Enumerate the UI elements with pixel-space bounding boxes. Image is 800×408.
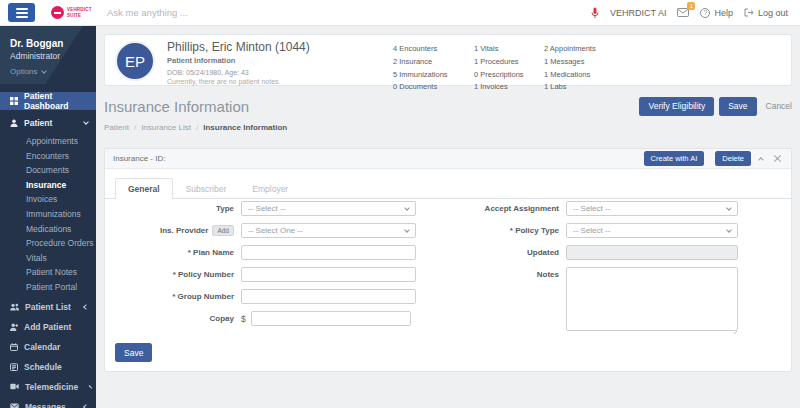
- sidebar-item-procedure-orders[interactable]: Procedure Orders: [0, 236, 96, 251]
- patient-notes-line: Currently, there are no patient notes.: [167, 78, 310, 85]
- stat-invoices[interactable]: 1 Invoices: [474, 82, 544, 91]
- mic-button[interactable]: [591, 7, 599, 19]
- close-panel-button[interactable]: [771, 155, 783, 163]
- collapse-panel-button[interactable]: [757, 156, 765, 162]
- sidebar-item-patient-dashboard[interactable]: Patient Dashboard: [0, 92, 96, 110]
- patient-submenu: Appointments Encounters Documents Insura…: [0, 134, 96, 295]
- policy-type-select[interactable]: -- Select --: [566, 223, 738, 238]
- plan-name-input[interactable]: [241, 245, 416, 260]
- sidebar-bottom-nav: Patient List Add Patient Calendar: [0, 297, 96, 408]
- add-provider-button[interactable]: Add: [212, 225, 234, 236]
- form-save-button[interactable]: Save: [115, 343, 152, 362]
- tab-subscriber[interactable]: Subscriber: [173, 178, 240, 199]
- help-button[interactable]: Help: [700, 8, 733, 18]
- chevron-left-icon: [83, 404, 89, 408]
- patient-avatar: EP: [115, 41, 155, 81]
- chevron-down-icon: [41, 68, 47, 74]
- sidebar-item-appointments[interactable]: Appointments: [0, 134, 96, 149]
- sidebar-item-add-patient[interactable]: Add Patient: [0, 317, 96, 337]
- chevron-left-icon: [89, 385, 93, 389]
- accept-assignment-row: Accept Assignment -- Select --: [435, 201, 738, 216]
- global-search-input[interactable]: Ask me anything ...: [107, 7, 591, 18]
- provider-select[interactable]: -- Select One --: [241, 223, 416, 238]
- plan-name-row: * Plan Name: [115, 245, 416, 260]
- verify-eligibility-button[interactable]: Verify Eligibility: [639, 97, 714, 116]
- sidebar-item-calendar[interactable]: Calendar: [0, 337, 96, 357]
- stat-insurance[interactable]: 2 Insurance: [393, 57, 474, 66]
- stat-encounters[interactable]: 4 Encounters: [393, 44, 474, 53]
- user-role: Administrator: [10, 51, 86, 61]
- sidebar: Dr. Boggan Administrator Options Patient…: [0, 26, 96, 408]
- stat-appointments[interactable]: 2 Appointments: [544, 44, 596, 53]
- schedule-icon: [10, 363, 18, 371]
- patient-summary-card: EP Phillips, Eric Minton (1044) Patient …: [104, 34, 792, 86]
- save-button[interactable]: Save: [719, 97, 756, 116]
- breadcrumb-current: Insurance Information: [203, 123, 287, 132]
- policy-number-row: * Policy Number: [115, 267, 416, 282]
- copay-input[interactable]: [251, 311, 411, 326]
- sidebar-item-invoices[interactable]: Invoices: [0, 192, 96, 207]
- sidebar-item-patient[interactable]: Patient: [0, 114, 96, 132]
- type-label: Type: [115, 204, 234, 213]
- help-icon: [700, 8, 710, 18]
- breadcrumb: Patient Insurance List Insurance Informa…: [104, 123, 287, 132]
- stat-immunizations[interactable]: 5 Immunizations: [393, 70, 474, 79]
- sidebar-item-vitals[interactable]: Vitals: [0, 251, 96, 266]
- logout-icon: [744, 8, 754, 17]
- topbar: VEHRDICT SUITE Ask me anything ... VEHRD…: [0, 0, 800, 26]
- copay-row: Copay $: [115, 311, 411, 326]
- help-label: Help: [714, 8, 733, 18]
- patient-info-subtitle: Patient Information: [167, 56, 310, 65]
- page-header: Insurance Information Verify Eligibility…: [104, 94, 792, 118]
- insurance-tabs: General Subscriber Employer: [105, 169, 791, 199]
- sidebar-item-label: Calendar: [24, 342, 60, 352]
- sidebar-item-schedule[interactable]: Schedule: [0, 357, 96, 377]
- group-number-input[interactable]: [241, 289, 416, 304]
- messages-button[interactable]: 1: [677, 8, 689, 17]
- tab-employer[interactable]: Employer: [239, 178, 301, 199]
- cancel-button[interactable]: Cancel: [766, 101, 792, 111]
- stat-medications[interactable]: 1 Medications: [544, 70, 596, 79]
- create-with-ai-button[interactable]: Create with AI: [644, 151, 705, 166]
- sidebar-item-immunizations[interactable]: Immunizations: [0, 207, 96, 222]
- tab-general[interactable]: General: [115, 178, 173, 199]
- menu-toggle-button[interactable]: [8, 3, 35, 22]
- notes-textarea[interactable]: [566, 267, 738, 331]
- breadcrumb-patient[interactable]: Patient: [104, 123, 141, 132]
- sidebar-item-medications[interactable]: Medications: [0, 222, 96, 237]
- type-row: Type -- Select --: [115, 201, 416, 216]
- stat-messages[interactable]: 1 Messages: [544, 57, 596, 66]
- stat-labs[interactable]: 1 Labs: [544, 82, 596, 91]
- user-name: Dr. Boggan: [10, 38, 86, 49]
- sidebar-item-documents[interactable]: Documents: [0, 163, 96, 178]
- sidebar-item-encounters[interactable]: Encounters: [0, 149, 96, 164]
- resize-handle[interactable]: [731, 328, 737, 334]
- stat-prescriptions[interactable]: 0 Prescriptions: [474, 70, 544, 79]
- accept-assignment-select[interactable]: -- Select --: [566, 201, 738, 216]
- sidebar-item-label: Patient Dashboard: [24, 91, 88, 111]
- type-select[interactable]: -- Select --: [241, 201, 416, 216]
- panel-actions: Create with AI Delete: [644, 151, 783, 166]
- hamburger-icon: [16, 8, 28, 10]
- chevron-down-icon: [404, 205, 410, 211]
- sidebar-item-patient-notes[interactable]: Patient Notes: [0, 265, 96, 280]
- updated-label: Updated: [435, 248, 559, 257]
- policy-number-input[interactable]: [241, 267, 416, 282]
- logout-button[interactable]: Log out: [744, 8, 788, 18]
- policy-number-label: * Policy Number: [115, 270, 234, 279]
- app-logo[interactable]: VEHRDICT SUITE: [51, 6, 91, 19]
- stat-procedures[interactable]: 1 Procedures: [474, 57, 544, 66]
- breadcrumb-insurance-list[interactable]: Insurance List: [141, 123, 203, 132]
- stat-documents[interactable]: 0 Documents: [393, 82, 474, 91]
- stat-vitals[interactable]: 1 Vitals: [474, 44, 544, 53]
- sidebar-item-telemedicine[interactable]: Telemedicine: [0, 377, 96, 397]
- sidebar-item-patient-portal[interactable]: Patient Portal: [0, 280, 96, 295]
- patient-dob: DOB: 05/24/1980, Age: 43: [167, 69, 310, 76]
- options-dropdown[interactable]: Options: [10, 67, 86, 76]
- notes-label: Notes: [435, 267, 559, 279]
- sidebar-item-insurance[interactable]: Insurance: [0, 178, 96, 193]
- group-number-label: * Group Number: [115, 292, 234, 301]
- delete-button[interactable]: Delete: [715, 151, 751, 166]
- sidebar-item-patient-list[interactable]: Patient List: [0, 297, 96, 317]
- sidebar-item-messages[interactable]: Messages: [0, 397, 96, 408]
